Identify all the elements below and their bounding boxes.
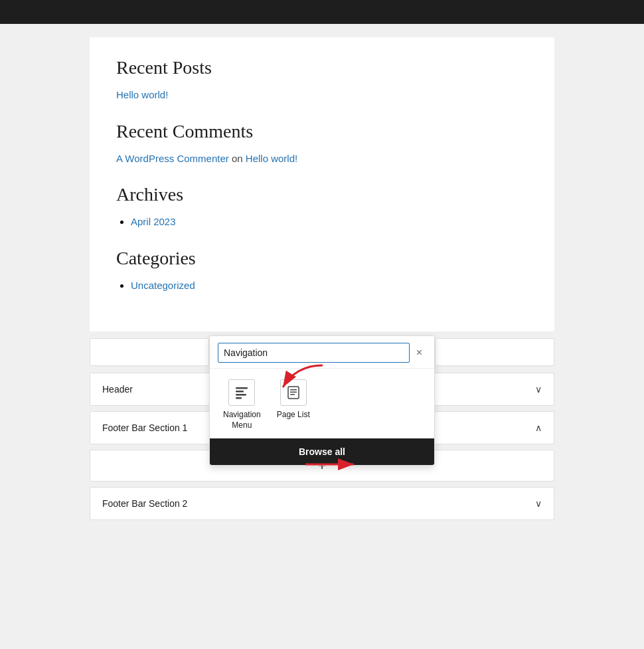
footer2-accordion: Footer Bar Section 2 ∨ (90, 487, 554, 520)
recent-comments-title: Recent Comments (116, 121, 528, 142)
recent-comments-section: Recent Comments A WordPress Commenter on… (116, 121, 528, 164)
categories-list: Uncategorized (116, 280, 528, 292)
popup-icons-row: NavigationMenu Page List (210, 369, 434, 438)
page-list-icon-item[interactable]: Page List (277, 379, 310, 420)
header-accordion-label: Header (102, 384, 133, 395)
block-search-popup: × (209, 335, 435, 466)
top-bar (0, 0, 644, 24)
footer1-chevron-up-icon: ∧ (535, 422, 542, 433)
navigation-menu-label: NavigationMenu (223, 410, 261, 430)
archives-list: April 2023 (116, 216, 528, 228)
archives-section: Archives April 2023 (116, 184, 528, 228)
page-list-label: Page List (277, 410, 310, 420)
popup-search-input[interactable] (218, 343, 410, 363)
categories-section: Categories Uncategorized (116, 248, 528, 292)
navigation-menu-icon-box (228, 379, 255, 406)
svg-rect-6 (290, 389, 297, 391)
main-content-card: Recent Posts Hello world! Recent Comment… (90, 37, 554, 331)
svg-rect-4 (236, 397, 242, 399)
footer2-accordion-label: Footer Bar Section 2 (102, 498, 187, 509)
svg-rect-1 (236, 387, 248, 389)
popup-search-row: × (210, 336, 434, 369)
category-item: Uncategorized (131, 280, 528, 292)
archive-item: April 2023 (131, 216, 528, 228)
left-input[interactable] (90, 338, 209, 366)
right-input[interactable] (435, 338, 554, 366)
uncategorized-link[interactable]: Uncategorized (131, 280, 195, 291)
footer2-accordion-header[interactable]: Footer Bar Section 2 ∨ (90, 488, 554, 519)
browse-all-button[interactable]: Browse all (210, 438, 434, 465)
page-list-icon (286, 385, 301, 400)
recent-posts-section: Recent Posts Hello world! (116, 57, 528, 101)
archives-title: Archives (116, 184, 528, 205)
footer2-chevron-down-icon: ∨ (535, 498, 542, 509)
popup-clear-button[interactable]: × (412, 345, 426, 360)
header-chevron-down-icon: ∨ (535, 384, 542, 395)
april-2023-link[interactable]: April 2023 (131, 216, 176, 227)
svg-rect-3 (236, 394, 246, 396)
svg-rect-7 (290, 392, 297, 393)
navigation-menu-icon (234, 385, 249, 400)
on-word: on (232, 153, 246, 164)
navigation-menu-icon-item[interactable]: NavigationMenu (223, 379, 261, 430)
categories-title: Categories (116, 248, 528, 269)
svg-rect-8 (290, 394, 295, 395)
comment-line: A WordPress Commenter on Hello world! (116, 153, 528, 164)
recent-posts-title: Recent Posts (116, 57, 528, 78)
page-list-icon-box (280, 379, 307, 406)
hello-world-post-link[interactable]: Hello world! (116, 89, 168, 100)
commenter-link[interactable]: A WordPress Commenter (116, 153, 229, 164)
comment-post-link[interactable]: Hello world! (246, 153, 297, 164)
footer1-accordion-label: Footer Bar Section 1 (102, 422, 187, 433)
svg-rect-2 (236, 391, 244, 393)
